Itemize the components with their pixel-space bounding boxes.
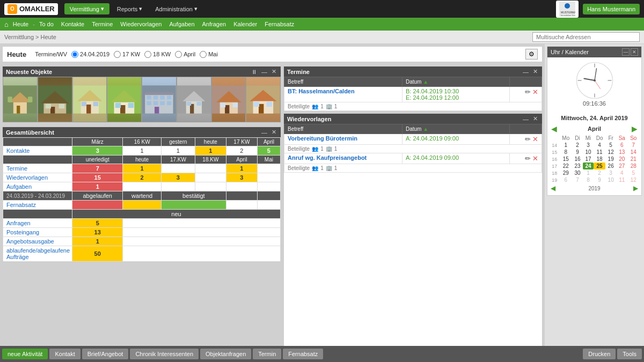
nav-termine[interactable]: Termine [89,20,116,28]
cal-day[interactable]: 6 [616,142,627,149]
kw18-radio-label[interactable]: 18 KW [144,51,171,58]
minimize-button-2[interactable]: — [260,129,268,136]
cal-day-other[interactable]: 5 [628,169,639,176]
aufgaben-link[interactable]: Aufgaben [6,183,32,190]
edit-button-wv1[interactable]: ✏ [525,135,531,143]
date-radio[interactable] [71,51,78,58]
property-photo-6[interactable] [177,77,211,122]
prev-year-button[interactable]: ◀ [551,184,555,192]
nav-kalender[interactable]: Kalender [230,20,260,28]
reports-menu[interactable]: Reports ▾ [112,3,148,14]
cal-day[interactable]: 21 [628,156,639,162]
cal-day[interactable]: 17 [583,156,594,162]
close-button[interactable]: ✕ [270,68,277,75]
mai-radio-label[interactable]: Mai [200,51,218,58]
uhr-minimize-btn[interactable]: — [622,48,630,56]
cal-day-other[interactable]: 9 [594,176,605,183]
minimize-button[interactable]: — [260,68,268,75]
wv-datum-link-1[interactable]: A: 24.04.2019 09:00 [406,135,459,142]
termine-close[interactable]: ✕ [532,68,539,75]
cal-day[interactable]: 14 [628,149,639,156]
cal-day[interactable]: 9 [572,149,583,156]
nav-kontakte[interactable]: Kontakte [58,20,87,28]
april-radio[interactable] [175,51,182,58]
cal-day[interactable]: 18 [594,156,605,162]
edit-button[interactable]: ✏ [525,88,531,96]
delete-button-wv2[interactable]: ✕ [532,154,538,162]
kw17-radio-label[interactable]: 17 KW [114,51,140,58]
cal-day-other[interactable]: 6 [559,176,572,183]
angebotsausgabe-link[interactable]: Angebotsausgabe [6,238,54,245]
cal-day[interactable]: 28 [628,162,639,169]
cal-day[interactable]: 23 [572,162,583,169]
wv-datum-link-2[interactable]: A: 24.04.2019 09:00 [406,154,459,161]
cal-day[interactable]: 22 [559,162,572,169]
wv-betreff-link-1[interactable]: Vorbereitung Bürotermin [288,135,357,142]
cal-day-other[interactable]: 12 [628,176,639,183]
edit-button-wv2[interactable]: ✏ [525,154,531,162]
delete-button[interactable]: ✕ [532,88,538,96]
property-photo-1[interactable] [3,77,38,122]
cal-highlighted-day[interactable]: 25 [594,162,605,169]
cal-day[interactable]: 15 [559,156,572,162]
nav-wiedervorlagen[interactable]: Wiedervorlagen [117,20,165,28]
cal-day[interactable]: 5 [605,142,616,149]
tools-button[interactable]: Tools [617,349,642,359]
wiedervorlagen-link[interactable]: Wiedervorlagen [6,174,48,181]
property-photo-2[interactable] [38,77,72,122]
pause-button[interactable]: ⏸ [250,68,258,75]
prev-month-button[interactable]: ◀ [551,124,557,133]
property-photo-8[interactable] [246,77,281,122]
termine-betreff-link[interactable]: BT: Hasselmann/Calden [288,88,355,94]
user-menu[interactable]: Hans Mustermann [583,4,640,14]
cal-day[interactable]: 27 [616,162,627,169]
delete-button-wv1[interactable]: ✕ [532,135,538,143]
chronik-button[interactable]: Chronik Interessenten [130,349,199,359]
cal-day[interactable]: 7 [628,142,639,149]
cal-today[interactable]: 24 [583,162,594,169]
cal-day-other[interactable]: 8 [583,176,594,183]
date-radio-label[interactable]: 24.04.2019 [71,51,109,58]
cal-day[interactable]: 4 [594,142,605,149]
kw17-radio[interactable] [114,51,121,58]
cal-day[interactable]: 19 [605,156,616,162]
cal-day-other[interactable]: 3 [605,169,616,176]
wv-betreff-link-2[interactable]: Anruf wg. Kaufpreisangebot [288,154,367,161]
kontakt-button[interactable]: Kontakt [49,349,80,359]
nav-fernabsatz[interactable]: Fernabsatz [261,20,297,28]
cal-day-other[interactable]: 11 [616,176,627,183]
property-photo-5[interactable] [142,77,177,122]
wv-close[interactable]: ✕ [532,115,539,122]
vermittlung-menu[interactable]: Vermittlung ▾ [64,3,109,14]
cal-day[interactable]: 26 [605,162,616,169]
termine-minimize[interactable]: — [522,68,530,75]
fernabsatz-button[interactable]: Fernabsatz [283,349,323,359]
nav-todo[interactable]: To do [36,20,57,28]
nav-aufgaben[interactable]: Aufgaben [166,20,197,28]
nav-heute[interactable]: Heute [10,20,32,28]
settings-button[interactable]: ⚙ [525,49,538,60]
cal-day[interactable]: 30 [572,169,583,176]
cal-day-other[interactable]: 4 [616,169,627,176]
next-year-button[interactable]: ▶ [633,184,638,192]
cal-day-other[interactable]: 7 [572,176,583,183]
termine-datum-b-link[interactable]: B: 24.04.2019 10:30 [406,88,459,94]
cal-day[interactable]: 1 [559,142,572,149]
cal-day[interactable]: 8 [559,149,572,156]
mai-radio[interactable] [200,51,207,58]
cal-day-other[interactable]: 10 [605,176,616,183]
kontakte-link[interactable]: Kontakte [6,147,30,154]
cal-day[interactable]: 11 [594,149,605,156]
cal-day[interactable]: 16 [572,156,583,162]
cal-day[interactable]: 12 [605,149,616,156]
cal-day[interactable]: 3 [583,142,594,149]
administration-menu[interactable]: Administration ▾ [150,3,203,14]
app-logo[interactable]: O OMAKLER [4,3,58,15]
ablaufende-link[interactable]: ablaufende/abgelaufene Aufträge [6,247,70,260]
cal-day[interactable]: 10 [583,149,594,156]
april-radio-label[interactable]: April [175,51,195,58]
anfragen-link[interactable]: Anfragen [6,220,31,226]
termine-link[interactable]: Termine [6,165,27,172]
cal-day[interactable]: 13 [616,149,627,156]
posteingang-link[interactable]: Posteingang [6,229,39,235]
